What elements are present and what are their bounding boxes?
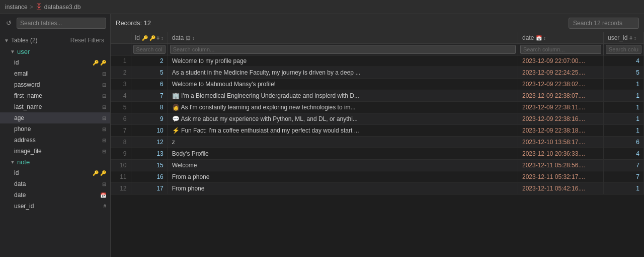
col-date-label: date: [522, 34, 534, 41]
row-user-id: 1: [604, 183, 644, 195]
field-first-name[interactable]: first_name ⊟: [0, 90, 110, 101]
sidebar-item-note[interactable]: ▼ note: [0, 157, 110, 167]
refresh-button[interactable]: ↺: [4, 18, 14, 28]
table-body: 1 2 Welcome to my profile page 2023-12-0…: [111, 55, 644, 195]
search-records-input[interactable]: [569, 18, 639, 29]
table-row: 10 15 Welcome 2023-12-11 05:28:56.... 7: [111, 160, 644, 171]
row-id: 6: [131, 79, 168, 90]
row-data: 👩 As I'm constantly learning and explori…: [168, 102, 518, 113]
field-email[interactable]: email ⊟: [0, 68, 110, 79]
column-search-row: [111, 44, 644, 55]
table-row: 5 8 👩 As I'm constantly learning and exp…: [111, 102, 644, 113]
row-data: Welcome: [168, 160, 518, 171]
table-row: 1 2 Welcome to my profile page 2023-12-0…: [111, 55, 644, 67]
row-user-id: 4: [604, 148, 644, 160]
fk-icon: 🔑: [100, 60, 106, 66]
row-id: 16: [131, 171, 168, 183]
date-column-search[interactable]: [520, 45, 601, 54]
table-row: 6 9 💬 Ask me about my experience with Py…: [111, 113, 644, 125]
field-id-user[interactable]: id 🔑 🔑: [0, 57, 110, 68]
field-data[interactable]: data ⊟: [0, 178, 110, 189]
row-data: From a phone: [168, 171, 518, 183]
data-table-container[interactable]: id 🔑 🔑 # ↕ data 🖼 ↕ d: [111, 32, 644, 257]
row-id: 12: [131, 137, 168, 148]
sidebar-item-user[interactable]: ▼ user: [0, 46, 110, 57]
row-id: 2: [131, 55, 168, 67]
table-row: 4 7 🏢 I'm a Biomedical Engineering Under…: [111, 90, 644, 102]
row-data: 🏢 I'm a Biomedical Engineering Undergrad…: [168, 90, 518, 102]
key-icon: 🔑: [93, 170, 99, 176]
row-data: Body's Profile: [168, 148, 518, 160]
breadcrumb: instance > 🗄 database3.db: [5, 3, 80, 11]
row-id: 15: [131, 160, 168, 171]
field-id-note[interactable]: id 🔑 🔑: [0, 167, 110, 178]
row-number: 9: [111, 148, 131, 160]
row-number: 11: [111, 171, 131, 183]
note-chevron: ▼: [10, 159, 15, 165]
content-toolbar: Records: 12: [111, 14, 644, 32]
id-column-search[interactable]: [133, 45, 166, 54]
breadcrumb-separator: >: [30, 4, 33, 11]
row-user-id: 1: [604, 102, 644, 113]
field-phone[interactable]: phone ⊟: [0, 123, 110, 135]
field-address[interactable]: address ⊟: [0, 135, 110, 146]
row-user-id: 1: [604, 125, 644, 137]
col-user-id-icons: # ↕: [629, 35, 636, 41]
data-column-search[interactable]: [170, 45, 516, 54]
key-icon: 🔑: [93, 60, 99, 66]
col-header-id[interactable]: id 🔑 🔑 # ↕: [131, 32, 168, 44]
user-id-column-search[interactable]: [606, 45, 641, 54]
col-data-icons: 🖼 ↕: [186, 35, 195, 41]
records-count: Records: 12: [116, 19, 151, 27]
tables-section-header[interactable]: ▼ Tables (2): [4, 37, 68, 44]
row-date: 2023-12-09 22:38:02....: [518, 79, 604, 90]
row-number: 8: [111, 137, 131, 148]
row-date: 2023-12-10 20:36:33....: [518, 148, 604, 160]
data-table: id 🔑 🔑 # ↕ data 🖼 ↕ d: [111, 32, 644, 195]
col-header-date[interactable]: date 📅 ↕: [518, 32, 604, 44]
reset-filters-button[interactable]: Reset Filters: [68, 36, 106, 45]
instance-label: instance: [5, 4, 28, 11]
user-id-search-cell: [604, 44, 644, 55]
field-image-file[interactable]: image_file ⊟: [0, 146, 110, 157]
row-number: 7: [111, 125, 131, 137]
field-age[interactable]: age ⊟: [0, 112, 110, 123]
row-number: 1: [111, 55, 131, 67]
row-data: From phone: [168, 183, 518, 195]
search-tables-input[interactable]: [17, 18, 106, 29]
table-row: 7 10 ⚡ Fun Fact: I'm a coffee enthusiast…: [111, 125, 644, 137]
row-user-id: 1: [604, 90, 644, 102]
row-id: 5: [131, 67, 168, 79]
table-row: 12 17 From phone 2023-12-11 05:42:16....…: [111, 183, 644, 195]
table-row: 8 12 z 2023-12-10 13:58:17.... 6: [111, 137, 644, 148]
row-user-id: 7: [604, 160, 644, 171]
text-icon: ⊟: [102, 115, 106, 121]
col-header-user-id[interactable]: user_id # ↕: [604, 32, 644, 44]
id-search-cell: [131, 44, 168, 55]
sidebar-header: ↺: [0, 14, 110, 32]
col-date-icons: 📅 ↕: [536, 35, 546, 41]
row-id: 10: [131, 125, 168, 137]
row-data: ⚡ Fun Fact: I'm a coffee enthusiast and …: [168, 125, 518, 137]
row-id: 8: [131, 102, 168, 113]
row-number: 5: [111, 102, 131, 113]
date-search-cell: [518, 44, 604, 55]
text-icon: ⊟: [102, 104, 106, 110]
user-table-name: user: [17, 48, 30, 55]
row-id: 7: [131, 90, 168, 102]
field-date[interactable]: date 📅: [0, 189, 110, 201]
field-password[interactable]: password ⊟: [0, 79, 110, 90]
text-icon: ⊟: [102, 71, 106, 77]
field-user-id[interactable]: user_id #: [0, 201, 110, 212]
text-icon: ⊟: [102, 82, 106, 88]
row-user-id: 7: [604, 171, 644, 183]
field-last-name[interactable]: last_name ⊟: [0, 101, 110, 112]
row-data: 💬 Ask me about my experience with Python…: [168, 113, 518, 125]
sidebar: ↺ ▼ Tables (2) Reset Filters ▼ user id 🔑: [0, 14, 111, 257]
col-user-id-label: user_id: [608, 34, 627, 41]
table-row: 2 5 As a student in the Medicine Faculty…: [111, 67, 644, 79]
row-date: 2023-12-09 22:38:18....: [518, 125, 604, 137]
row-user-id: 4: [604, 55, 644, 67]
title-bar: instance > 🗄 database3.db: [0, 0, 644, 14]
col-header-data[interactable]: data 🖼 ↕: [168, 32, 518, 44]
